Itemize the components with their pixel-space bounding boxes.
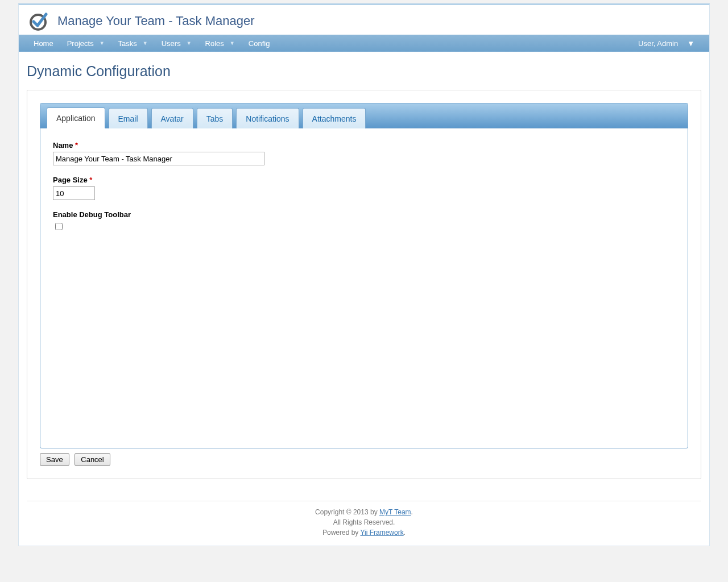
header: Manage Your Team - Task Manager: [19, 5, 709, 35]
chevron-down-icon: ▼: [187, 40, 192, 46]
footer-framework-link[interactable]: Yii Framework: [360, 529, 403, 537]
tab-email-label: Email: [118, 114, 138, 123]
app-title: Manage Your Team - Task Manager: [57, 14, 255, 28]
page-size-label-text: Page Size: [53, 176, 88, 184]
page-title: Dynamic Configuration: [27, 63, 701, 80]
chevron-down-icon: ▼: [100, 40, 105, 46]
nav-user-label: User, Admin: [638, 39, 678, 48]
tab-notifications-label: Notifications: [246, 114, 289, 123]
page-size-input[interactable]: [53, 186, 95, 200]
nav-home-label: Home: [34, 39, 53, 48]
chevron-down-icon: ▼: [687, 39, 694, 48]
footer-team-link[interactable]: MyT Team: [379, 508, 411, 516]
footer-copyright-suffix: .: [411, 508, 413, 516]
nav-config[interactable]: Config: [242, 35, 277, 52]
name-label: Name *: [53, 141, 675, 149]
page-size-label: Page Size *: [53, 176, 675, 184]
tab-tabs[interactable]: Tabs: [197, 108, 233, 128]
nav-projects-label: Projects: [67, 39, 94, 48]
nav-users[interactable]: Users▼: [155, 35, 198, 52]
nav-projects[interactable]: Projects▼: [60, 35, 111, 52]
tab-avatar[interactable]: Avatar: [151, 108, 193, 128]
nav-config-label: Config: [249, 39, 270, 48]
main-nav: Home Projects▼ Tasks▼ Users▼ Roles▼ Conf…: [19, 35, 709, 52]
nav-home[interactable]: Home: [27, 35, 60, 52]
tab-email[interactable]: Email: [109, 108, 148, 128]
nav-roles[interactable]: Roles▼: [198, 35, 242, 52]
tab-tabs-label: Tabs: [206, 114, 224, 123]
footer-rights: All Rights Reserved.: [27, 517, 701, 527]
save-button[interactable]: Save: [40, 453, 69, 466]
nav-roles-label: Roles: [205, 39, 224, 48]
footer: Copyright © 2013 by MyT Team. All Rights…: [27, 501, 701, 538]
debug-label: Enable Debug Toolbar: [53, 210, 675, 219]
debug-checkbox[interactable]: [55, 223, 63, 230]
required-mark: *: [75, 141, 78, 149]
nav-users-label: Users: [162, 39, 181, 48]
config-tabbar: Application Email Avatar Tabs Notificati…: [40, 103, 688, 128]
footer-powered-suffix: .: [404, 529, 406, 537]
config-tabframe: Application Email Avatar Tabs Notificati…: [40, 103, 688, 448]
app-logo-icon: [28, 11, 48, 31]
name-input[interactable]: [53, 152, 264, 165]
tab-notifications[interactable]: Notifications: [236, 108, 299, 128]
tab-avatar-label: Avatar: [161, 114, 184, 123]
name-label-text: Name: [53, 141, 73, 149]
chevron-down-icon: ▼: [230, 40, 235, 46]
chevron-down-icon: ▼: [143, 40, 148, 46]
tab-attachments[interactable]: Attachments: [303, 108, 366, 128]
nav-tasks[interactable]: Tasks▼: [111, 35, 155, 52]
required-mark: *: [89, 176, 92, 184]
nav-tasks-label: Tasks: [118, 39, 137, 48]
tab-application[interactable]: Application: [47, 107, 105, 128]
tab-attachments-label: Attachments: [312, 114, 357, 123]
tab-application-label: Application: [56, 114, 96, 123]
nav-user-menu[interactable]: User, Admin ▼: [631, 39, 701, 48]
config-panel: Application Email Avatar Tabs Notificati…: [27, 90, 701, 479]
footer-copyright-prefix: Copyright © 2013 by: [315, 508, 379, 516]
cancel-button[interactable]: Cancel: [75, 453, 110, 466]
footer-powered-prefix: Powered by: [322, 529, 361, 537]
